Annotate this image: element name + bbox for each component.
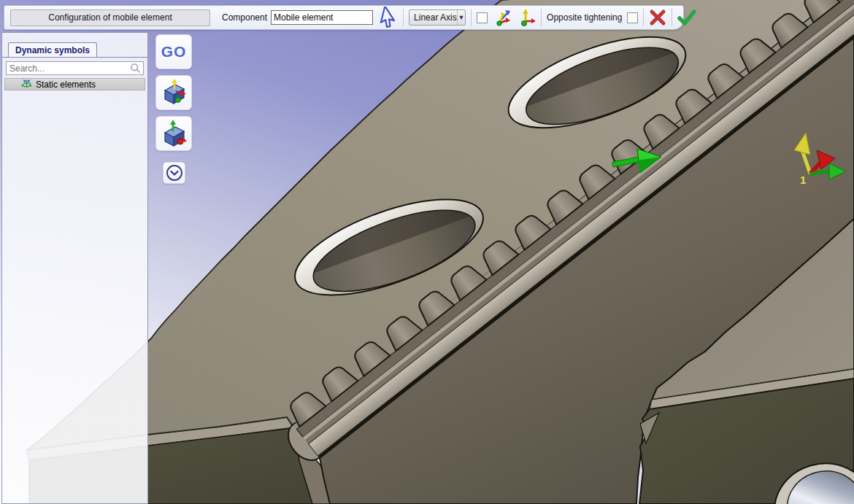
expand-more-button[interactable] [163, 162, 185, 184]
search-icon [130, 63, 141, 74]
component-label: Component [222, 12, 267, 23]
toolbar-title: Configuration of mobile element [10, 9, 210, 26]
axis-display-checkbox[interactable] [477, 12, 488, 23]
confirm-button[interactable] [677, 9, 696, 26]
chevron-circle-icon [165, 163, 184, 182]
dynamic-symbols-panel: Dynamic symbols Static elements [1, 32, 148, 504]
tab-label: Dynamic symbols [15, 45, 90, 55]
box-direction-icon [159, 119, 188, 148]
component-input[interactable] [271, 10, 373, 25]
move-axes-icon[interactable] [493, 8, 512, 27]
box-axes-icon [159, 78, 188, 107]
rotate-axes-icon[interactable] [517, 8, 536, 27]
toolbar-separator [672, 9, 672, 26]
top-toolbar: Configuration of mobile element Componen… [4, 5, 684, 30]
opposite-tightening-checkbox[interactable] [627, 12, 638, 23]
toolbar-separator [471, 9, 472, 26]
search-box [6, 61, 144, 75]
chevron-down-icon: ▼ [457, 10, 465, 25]
tab-dynamic-symbols[interactable]: Dynamic symbols [8, 42, 97, 58]
toolbar-separator [541, 9, 542, 26]
anchor-icon [21, 79, 32, 90]
triad-label: 1 [800, 174, 806, 186]
mobile-element-direction-button[interactable] [155, 116, 192, 151]
tree-item-label: Static elements [36, 80, 96, 90]
axis-type-dropdown[interactable]: Linear Axis ▼ [409, 9, 466, 26]
opposite-tightening-label: Opposite tightening [547, 12, 622, 23]
tree-item-static-elements[interactable]: Static elements [4, 78, 145, 90]
go-button[interactable]: GO [155, 34, 192, 69]
mobile-element-axes-button[interactable] [155, 75, 192, 110]
cancel-button[interactable] [649, 9, 666, 26]
tab-strip-divider [2, 57, 147, 58]
go-button-label: GO [161, 43, 187, 61]
select-cursor-icon[interactable] [379, 7, 398, 28]
search-input[interactable] [7, 63, 130, 74]
toolbar-separator [403, 9, 404, 26]
toolbar-separator [643, 9, 644, 26]
axis-type-value: Linear Axis [414, 12, 457, 23]
